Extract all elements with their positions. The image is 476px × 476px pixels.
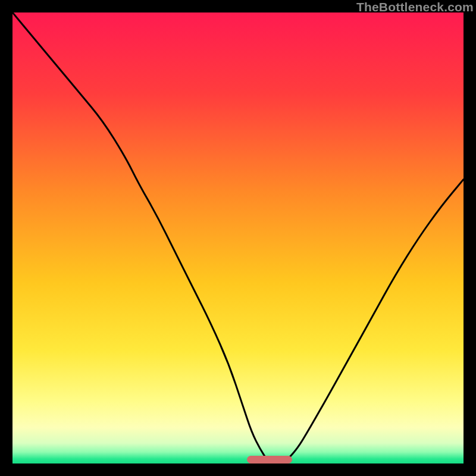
watermark-text: TheBottleneck.com xyxy=(356,0,474,14)
chart-frame: TheBottleneck.com xyxy=(0,0,476,476)
plot-area xyxy=(12,12,464,464)
optimal-range-marker xyxy=(247,456,292,464)
bottleneck-curve xyxy=(12,12,464,464)
